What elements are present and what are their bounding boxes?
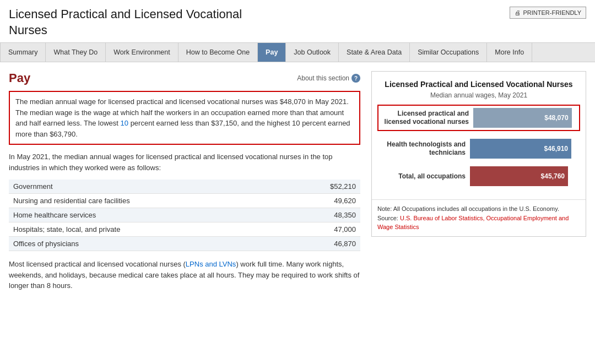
bar-fill-total: $45,760 bbox=[470, 166, 568, 186]
tab-state-area-data[interactable]: State & Area Data bbox=[339, 43, 410, 62]
tab-more-info[interactable]: More Info bbox=[487, 43, 532, 62]
industry-name: Nursing and residential care facilities bbox=[9, 194, 284, 208]
bar-value-health: $46,910 bbox=[544, 145, 568, 153]
bar-track-total: $45,760 bbox=[470, 166, 580, 186]
left-panel: Pay About this section ? The median annu… bbox=[9, 71, 360, 298]
tab-summary[interactable]: Summary bbox=[0, 43, 46, 62]
industry-name: Government bbox=[9, 180, 284, 194]
industry-name: Offices of physicians bbox=[9, 237, 284, 251]
tab-how-to-become[interactable]: How to Become One bbox=[178, 43, 258, 62]
paragraph2: In May 2021, the median annual wages for… bbox=[9, 151, 360, 173]
printer-icon: 🖨 bbox=[515, 9, 521, 16]
table-row: Offices of physicians 46,870 bbox=[9, 237, 360, 251]
right-panel: Licensed Practical and Licensed Vocation… bbox=[371, 71, 586, 298]
section-title: Pay bbox=[9, 71, 30, 85]
tab-pay[interactable]: Pay bbox=[258, 43, 286, 62]
bar-fill-health: $46,910 bbox=[470, 139, 571, 159]
bar-label-lpn: Licensed practical andlicensed vocationa… bbox=[381, 110, 469, 127]
bar-row-lpn: Licensed practical andlicensed vocationa… bbox=[381, 108, 577, 128]
bar-row-health: Health technologists andtechnicians $46,… bbox=[377, 139, 580, 159]
chart-bars: Licensed practical andlicensed vocationa… bbox=[372, 105, 586, 199]
bar-label-total: Total, all occupations bbox=[377, 172, 466, 181]
printer-friendly-button[interactable]: 🖨 PRINTER-FRIENDLY bbox=[510, 7, 586, 19]
page-header: Licensed Practical and Licensed Vocation… bbox=[0, 0, 595, 42]
chart-title: Licensed Practical and Licensed Vocation… bbox=[372, 72, 586, 91]
bar-row-total: Total, all occupations $45,760 bbox=[377, 166, 580, 186]
bar-value-lpn: $48,070 bbox=[544, 114, 568, 122]
table-row: Government $52,210 bbox=[9, 180, 360, 194]
page-title: Licensed Practical and Licensed Vocation… bbox=[9, 7, 242, 38]
bar-track-health: $46,910 bbox=[470, 139, 580, 159]
paragraph3: Most licensed practical and licensed voc… bbox=[9, 259, 360, 291]
tab-what-they-do[interactable]: What They Do bbox=[46, 43, 106, 62]
table-row: Home healthcare services 48,350 bbox=[9, 208, 360, 222]
tab-work-environment[interactable]: Work Environment bbox=[106, 43, 178, 62]
bar-value-total: $45,760 bbox=[541, 172, 565, 180]
table-row: Nursing and residential care facilities … bbox=[9, 194, 360, 208]
section-header-row: Pay About this section ? bbox=[9, 71, 360, 85]
chart-container: Licensed Practical and Licensed Vocation… bbox=[371, 71, 586, 237]
industry-name: Hospitals; state, local, and private bbox=[9, 222, 284, 237]
page-wrapper: Licensed Practical and Licensed Vocation… bbox=[0, 0, 595, 307]
industry-wage: 48,350 bbox=[284, 208, 360, 222]
bar-label-health: Health technologists andtechnicians bbox=[377, 140, 466, 157]
industry-table: Government $52,210 Nursing and residenti… bbox=[9, 180, 360, 251]
industry-wage: 46,870 bbox=[284, 237, 360, 251]
about-section-link[interactable]: About this section ? bbox=[297, 74, 360, 83]
table-row: Hospitals; state, local, and private 47,… bbox=[9, 222, 360, 237]
navigation-tabs: Summary What They Do Work Environment Ho… bbox=[0, 42, 595, 62]
bar-track-lpn: $48,070 bbox=[473, 108, 577, 128]
industry-wage: $52,210 bbox=[284, 180, 360, 194]
industry-wage: 49,620 bbox=[284, 194, 360, 208]
tab-job-outlook[interactable]: Job Outlook bbox=[286, 43, 339, 62]
industry-wage: 47,000 bbox=[284, 222, 360, 237]
main-content: Pay About this section ? The median annu… bbox=[0, 62, 595, 307]
chart-subtitle: Median annual wages, May 2021 bbox=[372, 91, 586, 99]
tab-similar-occupations[interactable]: Similar Occupations bbox=[410, 43, 487, 62]
bar-row-lpn-highlighted: Licensed practical andlicensed vocationa… bbox=[377, 105, 580, 131]
chart-source-link[interactable]: U.S. Bureau of Labor Statistics, Occupat… bbox=[377, 215, 569, 231]
help-icon: ? bbox=[351, 74, 360, 83]
chart-note: Note: All Occupations includes all occup… bbox=[372, 199, 586, 236]
highlighted-paragraph-box: The median annual wage for licensed prac… bbox=[9, 91, 360, 145]
highlighted-paragraph-text: The median annual wage for licensed prac… bbox=[15, 97, 350, 138]
bar-fill-lpn: $48,070 bbox=[473, 108, 572, 128]
industry-name: Home healthcare services bbox=[9, 208, 284, 222]
